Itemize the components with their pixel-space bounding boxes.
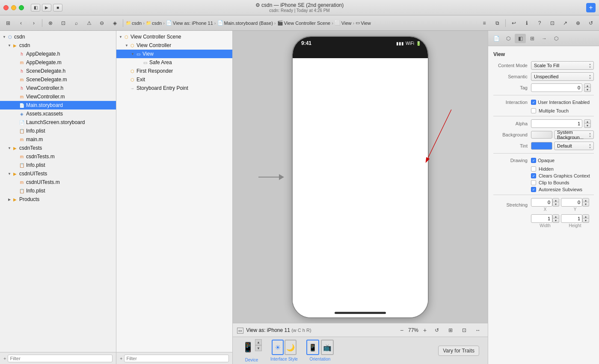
content-mode-select[interactable]: Scale To Fill	[531, 61, 594, 70]
sidebar-item-launchscreen[interactable]: 📄 LaunchScreen.storyboard	[0, 118, 116, 127]
sidebar-item-viewcontroller-m[interactable]: m ViewController.m	[0, 92, 116, 101]
sidebar-item-viewcontroller-h[interactable]: h ViewController.h	[0, 84, 116, 92]
scene-filter-input[interactable]	[124, 355, 229, 362]
breadcrumb-csdn2[interactable]: 📁 csdn	[146, 21, 162, 26]
bookmark-btn[interactable]: ⊡	[58, 18, 69, 28]
interface-light-icon[interactable]: ☀	[272, 340, 284, 355]
zoom-out-button[interactable]: −	[398, 326, 406, 334]
device-stepper[interactable]: ▲ ▼	[255, 339, 262, 352]
tag-stepper-down[interactable]: ▼	[584, 88, 591, 92]
background-swatch[interactable]	[531, 131, 552, 139]
stretch-x-input[interactable]	[531, 198, 552, 207]
sidebar-item-appdelegate-m[interactable]: m AppDelegate.m	[0, 58, 116, 67]
alpha-input[interactable]	[531, 119, 582, 128]
stretch-w-input[interactable]	[531, 214, 552, 223]
alpha-stepper-up[interactable]: ▲	[584, 119, 591, 124]
sidebar-item-appdelegate-h[interactable]: h AppDelegate.h	[0, 50, 116, 58]
stretch-y-input[interactable]	[561, 198, 582, 207]
breadcrumb-vc-scene[interactable]: 🎬 View Controller Scene	[277, 20, 331, 26]
background-select[interactable]: System Backgroun...	[554, 130, 594, 139]
stretch-w-down[interactable]: ▼	[552, 219, 559, 223]
breadcrumb-mainstoryboard[interactable]: 📄 View as: iPhone 11	[166, 20, 213, 26]
find-btn[interactable]: ⌕	[71, 18, 82, 28]
sidebar-item-tests-plist[interactable]: 📋 Info.plist	[0, 161, 116, 169]
sidebar-item-scenedelegate-h[interactable]: h SceneDelegate.h	[0, 67, 116, 75]
inspector-ql-btn[interactable]: ⬡	[503, 34, 514, 43]
breadcrumb-storyboard-base[interactable]: 📄 Main.storyboard (Base)	[217, 20, 273, 26]
autoresize-checkbox[interactable]	[531, 187, 536, 192]
sidebar-filter-input[interactable]	[8, 355, 113, 362]
alpha-stepper-down[interactable]: ▼	[584, 124, 591, 128]
scene-item-view[interactable]: ▭ View	[116, 50, 232, 58]
interface-style-selector[interactable]: ☀ 🌙 Interface Style	[270, 340, 298, 361]
breadcrumb-view[interactable]: ▭ View	[356, 20, 371, 26]
stretch-h-input[interactable]	[561, 214, 582, 223]
inspector-attr-btn[interactable]: ◧	[515, 34, 526, 43]
orientation-portrait-icon[interactable]: 📱	[306, 340, 319, 355]
close-button[interactable]	[3, 5, 9, 10]
opaque-checkbox[interactable]	[531, 158, 536, 163]
canvas-grid-btn[interactable]: ⊞	[445, 326, 456, 335]
scene-item-vc-scene[interactable]: ⬡ View Controller Scene	[116, 33, 232, 41]
scene-item-safe-area[interactable]: ▭ Safe Area	[116, 58, 232, 67]
canvas-pin-btn[interactable]: ⊡	[459, 326, 470, 335]
sidebar-item-csdn-folder[interactable]: ▶ csdn	[0, 41, 116, 50]
run-button[interactable]: ▶	[42, 4, 51, 12]
sidebar-item-products[interactable]: ▶ Products	[0, 195, 116, 204]
minimize-button[interactable]	[11, 5, 16, 10]
sidebar-item-csdn-root[interactable]: ⬡ csdn	[0, 33, 116, 41]
breakpoint-btn[interactable]: ◈	[109, 18, 120, 28]
help-btn[interactable]: ?	[534, 18, 545, 28]
canvas-expand-btn[interactable]: ↔	[472, 326, 483, 335]
stretch-y-up[interactable]: ▲	[582, 198, 589, 202]
orientation-landscape-icon[interactable]: 📺	[321, 340, 334, 355]
debug-btn[interactable]: ↗	[560, 18, 571, 28]
sidebar-item-info-plist[interactable]: 📋 Info.plist	[0, 127, 116, 135]
canvas-refresh-btn[interactable]: ↺	[431, 326, 442, 335]
semantic-select[interactable]: Unspecified	[531, 72, 594, 81]
refresh-btn[interactable]: ↺	[585, 18, 596, 28]
tint-swatch[interactable]	[531, 142, 552, 150]
split-btn[interactable]: ⧉	[492, 18, 503, 28]
inspector-info-btn[interactable]: ℹ	[521, 18, 532, 28]
zoom-in-button[interactable]: +	[421, 326, 429, 334]
scene-item-exit[interactable]: ⬡ Exit	[116, 75, 232, 84]
vary-traits-button[interactable]: Vary for Traits	[438, 346, 479, 356]
scene-item-storyboard-entry[interactable]: → Storyboard Entry Point	[116, 84, 232, 92]
maximize-button[interactable]	[19, 5, 24, 10]
scene-item-vc[interactable]: ⬡ View Controller	[116, 41, 232, 50]
stretch-h-down[interactable]: ▼	[582, 219, 589, 223]
inspector-size-btn[interactable]: ⊞	[527, 34, 538, 43]
orientation-selector[interactable]: 📱 📺 Orientation	[306, 340, 334, 361]
sidebar-item-uitests-plist[interactable]: 📋 Info.plist	[0, 186, 116, 195]
warning-btn[interactable]: ⚠	[83, 18, 95, 28]
breadcrumb-csdn[interactable]: 📁 csdn	[126, 21, 142, 26]
hidden-checkbox[interactable]	[531, 166, 536, 172]
sidebar-item-scenedelegate-m[interactable]: m SceneDelegate.m	[0, 75, 116, 84]
sidebar-item-csdntests[interactable]: ▶ csdnTests	[0, 144, 116, 152]
inspector-file-btn[interactable]: 📄	[491, 34, 502, 43]
device-stepper-down[interactable]: ▼	[255, 345, 262, 351]
device-selector[interactable]: 📱 ▲ ▼ Device	[241, 339, 262, 362]
hamburger-btn[interactable]: ≡	[479, 18, 490, 28]
sidebar-item-main-storyboard[interactable]: 📄 Main.storyboard	[0, 101, 116, 109]
sidebar-item-csdntests-m[interactable]: m csdnTests.m	[0, 152, 116, 161]
sidebar-item-csdnuitests[interactable]: ▶ csdnUITests	[0, 169, 116, 178]
tint-select[interactable]: Default	[554, 142, 594, 150]
scene-item-first-responder[interactable]: ⬡ First Responder	[116, 67, 232, 75]
library-btn[interactable]: ⊡	[547, 18, 558, 28]
forward-btn[interactable]: ›	[28, 18, 39, 28]
stop-build-btn[interactable]: ⊗	[45, 18, 56, 28]
back-btn[interactable]: ‹	[15, 18, 27, 28]
stretch-w-up[interactable]: ▲	[552, 214, 559, 219]
user-interaction-checkbox[interactable]	[531, 100, 536, 105]
breadcrumb-vc[interactable]: ⬜ View	[335, 20, 352, 26]
nav-toggle-btn[interactable]: ⊞	[3, 18, 14, 28]
canvas-viewport[interactable]: 9:41 ▮▮▮ WiFi 🔋	[233, 31, 488, 323]
multiple-touch-checkbox[interactable]	[531, 108, 536, 113]
stretch-h-up[interactable]: ▲	[582, 214, 589, 219]
sidebar-item-csdnuitests-m[interactable]: m csdnUITests.m	[0, 178, 116, 186]
inspector-binding-btn[interactable]: ⬡	[551, 34, 562, 43]
clears-graphics-checkbox[interactable]	[531, 173, 536, 178]
add-button[interactable]: +	[586, 3, 596, 12]
